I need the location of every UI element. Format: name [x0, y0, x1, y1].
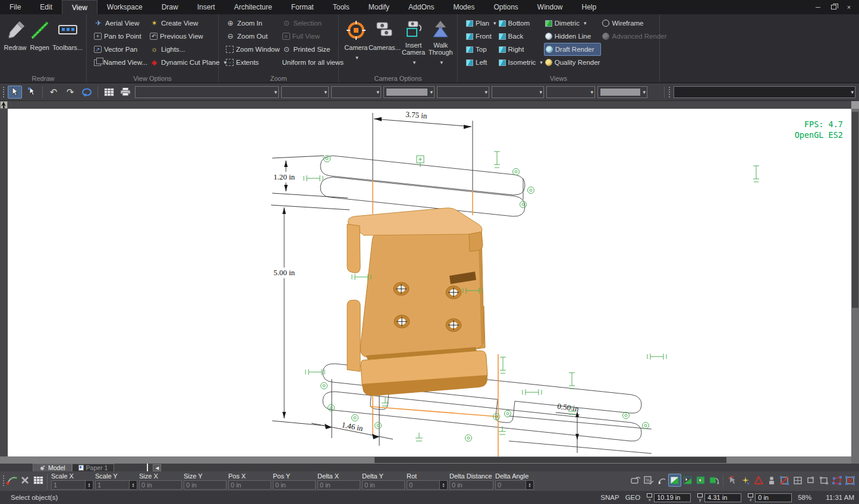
- close-button[interactable]: ×: [842, 2, 855, 12]
- ribbon-item-left[interactable]: Left: [465, 56, 498, 69]
- menu-tools[interactable]: Tools: [323, 0, 359, 14]
- tab-scroll-left-button[interactable]: ◀: [153, 464, 161, 471]
- delta-x-input[interactable]: [317, 480, 360, 490]
- style-combo[interactable]: ▾: [135, 86, 279, 98]
- ribbon-item-zoom-in[interactable]: ⊕Zoom In: [225, 17, 281, 30]
- menu-view[interactable]: View: [62, 0, 97, 14]
- pos-y-input[interactable]: [273, 480, 316, 490]
- ribbon-item-front[interactable]: Front: [465, 30, 498, 43]
- ribbon-item-quality-render[interactable]: Quality Render: [544, 56, 602, 69]
- ribbon-item-full-view[interactable]: ≡Full View: [281, 30, 345, 43]
- scale-y-spinner[interactable]: ▲▼: [130, 480, 137, 490]
- calculator-table-button[interactable]: [32, 474, 45, 487]
- crossed-frame-button[interactable]: [844, 474, 857, 487]
- ribbon-item-lights[interactable]: ☼Lights...: [149, 43, 228, 56]
- ribbon-item-back[interactable]: Back: [498, 30, 544, 43]
- menu-format[interactable]: Format: [282, 0, 323, 14]
- geo-toggle[interactable]: GEO: [625, 494, 641, 501]
- coord-x-input[interactable]: 10.19 in: [654, 493, 691, 502]
- snap-magic-button[interactable]: [739, 474, 752, 487]
- menu-modify[interactable]: Modify: [359, 0, 399, 14]
- vscroll-top-button[interactable]: [851, 101, 859, 109]
- select-fence-mode-button[interactable]: [707, 474, 720, 487]
- menu-insert[interactable]: Insert: [188, 0, 225, 14]
- ribbon-item-hidden-line[interactable]: Hidden Line: [544, 30, 602, 43]
- combo-7[interactable]: ▾: [546, 86, 595, 98]
- model-viewport[interactable]: 3.75 in 1.20 in 5.00 in 1.46 in 0.50 in: [8, 109, 851, 456]
- walk-through-button[interactable]: Walk Through: [427, 17, 454, 71]
- print-button[interactable]: [118, 86, 133, 99]
- canvas-origin-button[interactable]: [0, 101, 8, 109]
- snap-toggle[interactable]: SNAP: [600, 494, 619, 501]
- rot-spinner[interactable]: ▲▼: [440, 480, 448, 490]
- combo-3[interactable]: ▾: [331, 86, 381, 98]
- horizontal-scrollbar[interactable]: [0, 456, 851, 464]
- ribbon-item-aerial-view[interactable]: ✈Aerial View: [93, 17, 149, 30]
- assembly-button[interactable]: [765, 474, 778, 487]
- undo-button[interactable]: ↶: [46, 86, 61, 99]
- select-window-mode-button[interactable]: [668, 474, 681, 487]
- menu-draw[interactable]: Draw: [152, 0, 188, 14]
- ribbon-item-uniform-all-views[interactable]: Uniform for all views: [281, 56, 345, 69]
- insert-camera-button[interactable]: Insert Camera: [401, 17, 427, 71]
- coord-z-input[interactable]: 0 in: [755, 493, 792, 502]
- menu-edit[interactable]: Edit: [30, 0, 62, 14]
- minimize-button[interactable]: ─: [811, 2, 825, 12]
- restore-button[interactable]: [827, 2, 840, 12]
- node-cursor-button[interactable]: [655, 474, 668, 487]
- zoom-percent[interactable]: 58%: [798, 494, 811, 501]
- select-outside-mode-button[interactable]: [694, 474, 707, 487]
- cameras-button[interactable]: Cameras...: [370, 17, 399, 71]
- percent-lock-button[interactable]: %: [642, 474, 655, 487]
- ribbon-item-previous-view[interactable]: ↶Previous View: [149, 30, 228, 43]
- ribbon-item-printed-size[interactable]: ⊙Printed Size: [281, 43, 345, 56]
- ribbon-item-selection[interactable]: ⊙Selection: [281, 17, 345, 30]
- combo-6[interactable]: ▾: [492, 86, 544, 98]
- no-frame-button[interactable]: [778, 474, 791, 487]
- tab-model[interactable]: Model: [33, 464, 72, 471]
- ribbon-item-create-view[interactable]: ✶Create View: [149, 17, 228, 30]
- menu-help[interactable]: Help: [572, 0, 606, 14]
- delta-angle-spinner[interactable]: ▲▼: [526, 480, 534, 490]
- menu-modes[interactable]: Modes: [443, 0, 484, 14]
- edit-frame-button[interactable]: [817, 474, 830, 487]
- ribbon-item-extents[interactable]: ∙∙Extents: [225, 56, 281, 69]
- select-tool-button[interactable]: [8, 86, 22, 99]
- small-frame-button[interactable]: [804, 474, 817, 487]
- ribbon-item-pan-to-point[interactable]: +Pan to Point: [93, 30, 149, 43]
- degradation-button[interactable]: [752, 474, 765, 487]
- regen-button[interactable]: Regen: [28, 17, 51, 71]
- menu-options[interactable]: Options: [484, 0, 527, 14]
- ribbon-item-dimetric[interactable]: Dimetric: [544, 17, 602, 30]
- ribbon-item-plan[interactable]: Plan: [465, 17, 498, 30]
- toolbar-grip[interactable]: [668, 86, 671, 98]
- menu-workspace[interactable]: Workspace: [97, 0, 152, 14]
- ribbon-item-vector-pan[interactable]: ↗Vector Pan: [93, 43, 149, 56]
- ribbon-item-wireframe[interactable]: Wireframe: [601, 17, 668, 30]
- menu-window[interactable]: Window: [528, 0, 572, 14]
- scale-x-input[interactable]: [51, 480, 86, 490]
- delta-angle-input[interactable]: [495, 480, 526, 490]
- color-combo-1[interactable]: ▾: [383, 86, 435, 98]
- camera-button[interactable]: Camera: [344, 17, 369, 71]
- selection-info-combo[interactable]: ▾: [674, 86, 855, 98]
- red-quad-button[interactable]: [830, 474, 844, 487]
- table-button[interactable]: [102, 86, 116, 99]
- ribbon-item-right[interactable]: Right: [498, 43, 544, 56]
- bracket-model[interactable]: [347, 208, 487, 396]
- toolbar-grip[interactable]: [2, 86, 5, 98]
- toolbars-button[interactable]: Toolbars...: [52, 17, 83, 71]
- frame-grid-button[interactable]: [791, 474, 804, 487]
- ribbon-item-top[interactable]: Top: [465, 43, 498, 56]
- pos-x-input[interactable]: [228, 480, 271, 490]
- tab-paper-1[interactable]: Paper 1: [72, 464, 115, 471]
- edit-curve-button[interactable]: [5, 474, 18, 487]
- deselect-button[interactable]: [726, 474, 739, 487]
- ribbon-item-named-view[interactable]: Named View...: [93, 56, 149, 69]
- hscroll-thumb[interactable]: [375, 457, 726, 463]
- select-crossing-mode-button[interactable]: [681, 474, 694, 487]
- combo-2[interactable]: ▾: [281, 86, 329, 98]
- combo-5[interactable]: ▾: [437, 86, 489, 98]
- redo-button[interactable]: ↷: [63, 86, 77, 99]
- scale-y-input[interactable]: [95, 480, 130, 490]
